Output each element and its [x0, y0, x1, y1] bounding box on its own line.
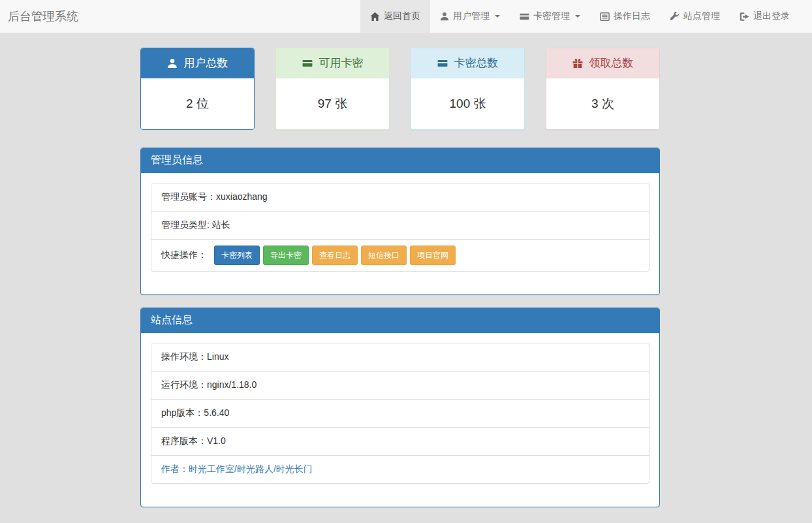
gift-icon — [572, 58, 583, 69]
nav-item-label: 退出登录 — [753, 10, 790, 22]
card-list-button[interactable]: 卡密列表 — [214, 246, 260, 265]
nav-item-site-management[interactable]: 站点管理 — [660, 0, 730, 33]
stat-card-header: 用户总数 — [141, 48, 254, 78]
credit-card-icon — [437, 58, 448, 69]
stat-card-value: 2 位 — [141, 78, 254, 129]
main-content: 用户总数 2 位 可用卡密 97 张 卡密总数 100 张 — [140, 48, 660, 507]
stat-card-value: 100 张 — [411, 78, 524, 129]
official-site-button[interactable]: 项目官网 — [410, 246, 456, 265]
nav-menu: 返回首页 用户管理 卡密管理 操作日志 站点管理 — [360, 0, 800, 33]
nav-item-user-management[interactable]: 用户管理 — [430, 0, 510, 33]
nav-item-home[interactable]: 返回首页 — [360, 0, 430, 33]
stat-card-header: 领取总数 — [546, 48, 659, 78]
navbar: 后台管理系统 返回首页 用户管理 卡密管理 操作日志 — [0, 0, 812, 33]
php-version-row: php版本：5.6.40 — [151, 399, 649, 427]
nav-item-label: 操作日志 — [614, 10, 650, 22]
server-row: 运行环境：nginx/1.18.0 — [151, 371, 649, 399]
admin-info-list: 管理员账号：xuxiaozhang 管理员类型: 站长 快捷操作： 卡密列表 导… — [151, 183, 649, 272]
admin-type-row: 管理员类型: 站长 — [151, 211, 649, 239]
panel-body: 管理员账号：xuxiaozhang 管理员类型: 站长 快捷操作： 卡密列表 导… — [141, 173, 659, 294]
stat-card-title: 领取总数 — [589, 55, 634, 71]
quick-actions-label: 快捷操作： — [161, 249, 207, 261]
program-version-row: 程序版本：V1.0 — [151, 427, 649, 455]
stat-card-title: 用户总数 — [184, 55, 228, 71]
nav-item-card-management[interactable]: 卡密管理 — [510, 0, 590, 33]
nav-item-operation-log[interactable]: 操作日志 — [590, 0, 660, 33]
app-title: 后台管理系统 — [0, 0, 88, 33]
site-info-panel: 站点信息 操作环境：Linux 运行环境：nginx/1.18.0 php版本：… — [140, 308, 660, 507]
credit-card-icon — [302, 58, 313, 69]
nav-item-logout[interactable]: 退出登录 — [730, 0, 800, 33]
stat-card-value: 97 张 — [276, 78, 389, 129]
user-icon — [167, 58, 178, 69]
nav-item-label: 站点管理 — [683, 10, 720, 22]
user-icon — [440, 12, 449, 21]
nav-item-label: 用户管理 — [453, 10, 490, 22]
wrench-icon — [670, 12, 679, 22]
credit-card-icon — [520, 12, 529, 22]
chevron-down-icon — [495, 15, 500, 18]
sign-out-icon — [740, 12, 749, 22]
admin-info-panel: 管理员信息 管理员账号：xuxiaozhang 管理员类型: 站长 快捷操作： … — [140, 148, 660, 295]
export-cards-button[interactable]: 导出卡密 — [263, 246, 309, 265]
nav-item-label: 返回首页 — [384, 10, 420, 22]
stat-card-title: 卡密总数 — [454, 55, 499, 71]
stat-card-total-users: 用户总数 2 位 — [140, 48, 255, 130]
sms-api-button[interactable]: 短信接口 — [361, 246, 407, 265]
panel-title: 管理员信息 — [141, 148, 659, 173]
site-info-list: 操作环境：Linux 运行环境：nginx/1.18.0 php版本：5.6.4… — [151, 343, 649, 484]
chevron-down-icon — [575, 15, 580, 18]
admin-account-row: 管理员账号：xuxiaozhang — [151, 183, 649, 211]
list-alt-icon — [600, 12, 610, 22]
stats-cards: 用户总数 2 位 可用卡密 97 张 卡密总数 100 张 — [140, 48, 660, 130]
stat-card-value: 3 次 — [546, 78, 659, 129]
stat-card-available-cards: 可用卡密 97 张 — [275, 48, 390, 130]
panel-title: 站点信息 — [141, 308, 659, 333]
stat-card-total-claimed: 领取总数 3 次 — [546, 48, 660, 130]
home-icon — [370, 12, 380, 22]
nav-item-label: 卡密管理 — [533, 10, 570, 22]
stat-card-title: 可用卡密 — [319, 55, 364, 71]
view-log-button[interactable]: 查看日志 — [312, 246, 358, 265]
quick-actions-row: 快捷操作： 卡密列表 导出卡密 查看日志 短信接口 项目官网 — [151, 239, 649, 271]
panel-body: 操作环境：Linux 运行环境：nginx/1.18.0 php版本：5.6.4… — [141, 333, 659, 507]
stat-card-header: 可用卡密 — [276, 48, 389, 78]
os-row: 操作环境：Linux — [151, 343, 649, 371]
stat-card-header: 卡密总数 — [411, 48, 524, 78]
stat-card-total-cards: 卡密总数 100 张 — [411, 48, 525, 130]
author-link[interactable]: 作者：时光工作室/时光路人/时光长门 — [151, 455, 649, 483]
